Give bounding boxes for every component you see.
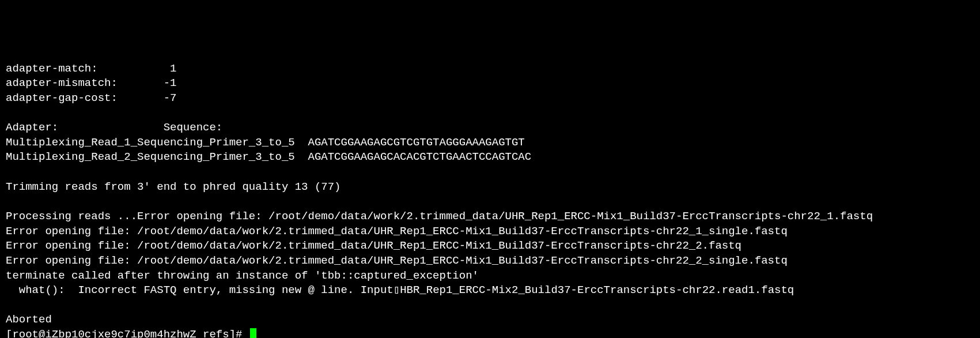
- output-line: Processing reads ...Error opening file: …: [6, 210, 873, 223]
- output-line: Adapter: Sequence:: [6, 121, 222, 134]
- prompt-underlined: [root@iZb: [6, 328, 65, 338]
- output-line: what(): Incorrect FASTQ entry, missing n…: [6, 284, 794, 296]
- output-line: Multiplexing_Read_1_Sequencing_Primer_3_…: [6, 136, 525, 149]
- output-line: terminate called after throwing an insta…: [6, 269, 479, 282]
- output-line: Aborted: [6, 313, 52, 326]
- output-line: adapter-gap-cost: -7: [6, 92, 176, 104]
- output-line: Error opening file: /root/demo/data/work…: [6, 254, 788, 267]
- output-line: Trimming reads from 3' end to phred qual…: [6, 181, 341, 193]
- output-line: Error opening file: /root/demo/data/work…: [6, 225, 788, 238]
- cursor: [250, 328, 256, 338]
- shell-prompt[interactable]: [root@iZbp10cjxe9c7ip0m4hzhwZ refs]#: [6, 328, 256, 338]
- output-line: adapter-match: 1: [6, 62, 176, 75]
- output-line: adapter-mismatch: -1: [6, 77, 176, 89]
- prompt-text: p10cjxe9c7ip0m4hzhwZ refs]#: [65, 328, 249, 338]
- terminal-output[interactable]: adapter-match: 1 adapter-mismatch: -1 ad…: [6, 62, 974, 338]
- output-line: Error opening file: /root/demo/data/work…: [6, 239, 741, 252]
- output-line: Multiplexing_Read_2_Sequencing_Primer_3_…: [6, 151, 531, 163]
